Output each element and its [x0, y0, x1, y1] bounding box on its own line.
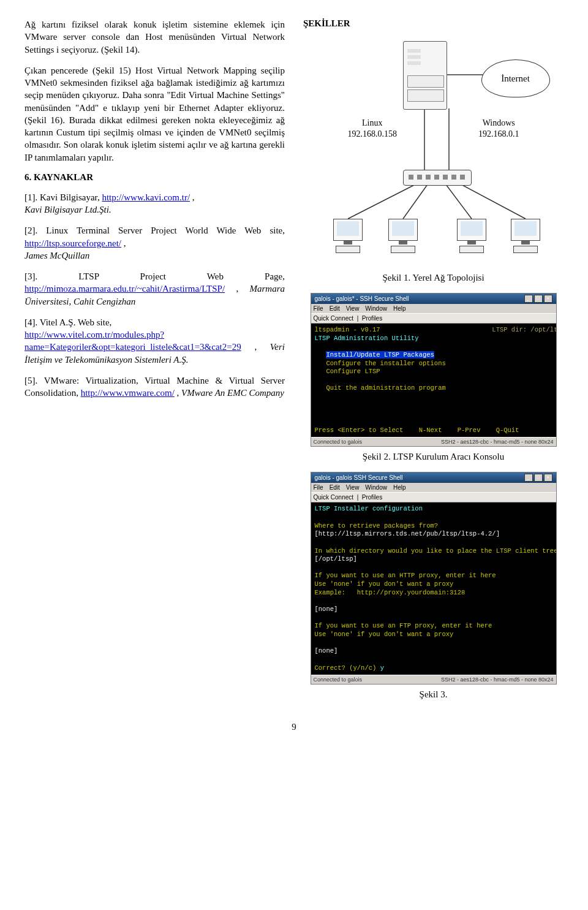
- term-cfg-answer: y: [380, 664, 384, 672]
- section-kaynaklar: 6. KAYNAKLAR: [24, 172, 285, 183]
- left-column: Ağ kartını fiziksel olarak konuk işletim…: [24, 18, 285, 710]
- menu-window-2[interactable]: Window: [365, 484, 387, 491]
- ssh-statusbar-2: Connected to galois SSH2 - aes128-cbc - …: [311, 675, 556, 684]
- profiles-button-2[interactable]: Profiles: [362, 494, 382, 501]
- term-footer-hints: Press <Enter> to Select N-Next P-Prev Q-…: [315, 427, 519, 434]
- close-icon-2[interactable]: ×: [544, 474, 552, 482]
- term-banner-right: LTSP dir: /opt/ltsp: [492, 326, 556, 333]
- ssh-terminal-2[interactable]: LTSP Installer configuration Where to re…: [311, 502, 556, 675]
- menu-edit-2[interactable]: Edit: [330, 484, 340, 491]
- client-icon-2: [385, 219, 421, 256]
- term-cfg-q4: If you want to use an FTP proxy, enter i…: [315, 622, 492, 629]
- status-connected-1: Connected to galois: [314, 439, 363, 445]
- paragraph-1: Ağ kartını fiziksel olarak konuk işletim…: [24, 18, 285, 56]
- term-cfg-correct: Correct? (y/n/c): [315, 664, 380, 672]
- switch-icon: [403, 170, 472, 186]
- ref5-source: VMware An EMC Company: [181, 388, 284, 398]
- term-cfg-q3c: Example: http://proxy.yourdomain:3128: [315, 589, 466, 596]
- reference-3: [3]. LTSP Project Web Page, http://mimoz…: [24, 270, 285, 308]
- ref4-link[interactable]: http://www.vitel.com.tr/modules.php?name…: [24, 330, 241, 352]
- maximize-icon-2[interactable]: □: [534, 474, 543, 482]
- ssh-toolbar-2: Quick Connect | Profiles: [311, 492, 556, 502]
- term-cfg-none-2: [none]: [315, 647, 338, 654]
- ref2-pre: [2]. Linux Terminal Server Project World…: [24, 226, 285, 235]
- menu-view[interactable]: View: [346, 305, 360, 312]
- menu-help[interactable]: Help: [393, 305, 406, 312]
- term-cfg-q4b: Use 'none' if you don't want a proxy: [315, 631, 454, 638]
- profiles-button[interactable]: Profiles: [362, 315, 382, 322]
- menu-file-2[interactable]: File: [314, 484, 323, 491]
- term-banner-left: ltspadmin - v0.17: [315, 326, 380, 333]
- term-cfg-a2: [/opt/ltsp]: [315, 555, 357, 563]
- reference-1: [1]. Kavi Bilgisayar, http://www.kavi.co…: [24, 191, 285, 216]
- caption-3: Şekil 3.: [303, 689, 564, 700]
- minimize-icon-2[interactable]: _: [524, 474, 533, 482]
- figure-2-ssh-window: galois - galois* - SSH Secure Shell _ □ …: [311, 293, 557, 447]
- term-cfg-a1: [http://ltsp.mirrors.tds.net/pub/ltsp/lt…: [315, 530, 500, 537]
- ssh-menubar-1: File Edit View Window Help: [311, 304, 556, 313]
- label-linux: Linux 192.168.0.158: [348, 118, 398, 139]
- page-number: 9: [24, 722, 564, 732]
- quick-connect-button[interactable]: Quick Connect: [314, 315, 354, 322]
- term-cfg-none-1: [none]: [315, 605, 338, 613]
- term-admin-title: LTSP Administration Utility: [315, 335, 419, 342]
- ssh-statusbar-1: Connected to galois SSH2 - aes128-cbc - …: [311, 437, 556, 446]
- close-icon[interactable]: ×: [544, 295, 552, 303]
- ref4-pre: [4]. Vitel A.Ş. Web site,: [24, 317, 111, 327]
- menu-edit[interactable]: Edit: [330, 305, 340, 312]
- menu-window[interactable]: Window: [365, 305, 387, 312]
- caption-1: Şekil 1. Yerel Ağ Topolojisi: [303, 273, 564, 283]
- ref1-post: ,: [192, 192, 195, 202]
- client-icon-1: [330, 219, 366, 256]
- term-opt-configure-ltsp: Configure LTSP: [326, 368, 380, 375]
- ssh-terminal-1[interactable]: ltspadmin - v0.17 LTSP dir: /opt/ltsp LT…: [311, 324, 556, 437]
- svg-line-6: [461, 184, 526, 219]
- ssh-menubar-2: File Edit View Window Help: [311, 483, 556, 492]
- label-windows: Windows 192.168.0.1: [478, 118, 519, 139]
- figure-3-ssh-window: galois - galois SSH Secure Shell _ □ × F…: [311, 472, 557, 684]
- server-icon: [403, 41, 447, 110]
- ssh-title-text-1: galois - galois* - SSH Secure Shell: [315, 295, 409, 302]
- ref2-source: James McQuillan: [24, 251, 89, 260]
- ref1-link[interactable]: http://www.kavi.com.tr/: [102, 192, 190, 202]
- status-connected-2: Connected to galois: [314, 677, 363, 683]
- reference-5: [5]. VMware: Virtualization, Virtual Mac…: [24, 374, 285, 400]
- term-cfg-q1: Where to retrieve packages from?: [315, 522, 439, 529]
- ssh-titlebar-1: galois - galois* - SSH Secure Shell _ □ …: [311, 294, 556, 304]
- quick-connect-button-2[interactable]: Quick Connect: [314, 494, 354, 501]
- ref2-post: ,: [124, 238, 126, 248]
- reference-2: [2]. Linux Terminal Server Project World…: [24, 224, 285, 262]
- ref3-link[interactable]: http://mimoza.marmara.edu.tr/~cahit/Aras…: [24, 284, 225, 294]
- figures-title: ŞEKİLLER: [303, 18, 564, 29]
- ref5-link[interactable]: http://www.vmware.com/: [81, 388, 175, 398]
- ssh-titlebar-2: galois - galois SSH Secure Shell _ □ ×: [311, 472, 556, 483]
- ssh-title-text-2: galois - galois SSH Secure Shell: [315, 474, 403, 481]
- ref5-post: ,: [177, 388, 182, 398]
- cloud-label: İnternet: [501, 74, 530, 84]
- menu-view-2[interactable]: View: [346, 484, 360, 491]
- client-icon-4: [507, 219, 544, 256]
- term-cfg-q2: In which directory would you like to pla…: [315, 547, 556, 555]
- minimize-icon[interactable]: _: [524, 295, 533, 303]
- svg-line-4: [403, 184, 428, 219]
- status-cipher-2: SSH2 - aes128-cbc - hmac-md5 - none 80x2…: [441, 677, 554, 683]
- svg-line-3: [348, 184, 415, 219]
- right-column: ŞEKİLLER İnternet Linux 192.1: [303, 18, 564, 710]
- reference-4: [4]. Vitel A.Ş. Web site, http://www.vit…: [24, 316, 285, 366]
- ref1-pre: [1]. Kavi Bilgisayar,: [24, 192, 102, 202]
- ref1-source: Kavi Bilgisayar Ltd.Şti.: [24, 205, 111, 214]
- client-icon-3: [453, 219, 490, 256]
- ref3-post: ,: [236, 284, 249, 294]
- paragraph-2: Çıkan pencerede (Şekil 15) Host Virtual …: [24, 64, 285, 164]
- menu-help-2[interactable]: Help: [393, 484, 406, 491]
- menu-file[interactable]: File: [314, 305, 323, 312]
- maximize-icon[interactable]: □: [534, 295, 543, 303]
- term-cfg-q3b: Use 'none' if you don't want a proxy: [315, 580, 454, 588]
- term-cfg-q3: If you want to use an HTTP proxy, enter …: [315, 572, 496, 579]
- cloud-icon: İnternet: [481, 59, 550, 97]
- figure-1-topology: İnternet Linux 192.168.0.158 Windows 192…: [311, 35, 556, 268]
- status-cipher-1: SSH2 - aes128-cbc - hmac-md5 - none 80x2…: [441, 439, 554, 445]
- term-cfg-title: LTSP Installer configuration: [315, 505, 423, 512]
- ref2-link[interactable]: http://ltsp.sourceforge.net/: [24, 238, 121, 248]
- term-opt-quit: Quit the administration program: [326, 384, 445, 392]
